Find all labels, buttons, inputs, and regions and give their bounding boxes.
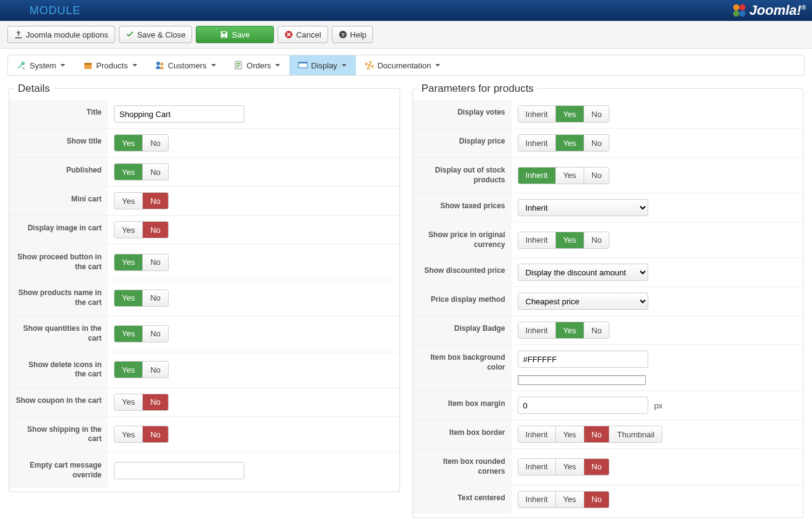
- module-options-button[interactable]: Joomla module options: [7, 26, 115, 43]
- help-button[interactable]: ? Help: [332, 26, 374, 43]
- radio-option-inherit[interactable]: Inherit: [518, 492, 556, 508]
- row-published: Published YesNo: [9, 158, 400, 187]
- input-bg-color[interactable]: [518, 351, 648, 368]
- svg-point-2: [733, 10, 739, 17]
- menu-system[interactable]: System: [8, 55, 74, 75]
- radio-option-no[interactable]: No: [584, 459, 609, 475]
- radio-option-inherit[interactable]: Inherit: [518, 232, 556, 248]
- svg-point-14: [368, 64, 371, 67]
- radio-option-inherit[interactable]: Inherit: [518, 322, 556, 338]
- caret-icon: [275, 64, 280, 67]
- radio-option-no[interactable]: No: [143, 164, 168, 180]
- radio-group: YesNo: [114, 254, 169, 271]
- radio-group: YesNo: [114, 325, 169, 343]
- radio-option-no[interactable]: No: [584, 135, 609, 151]
- radio-option-yes[interactable]: Yes: [115, 254, 143, 270]
- radio-group: InheritYesNo: [518, 322, 610, 339]
- input-title[interactable]: [114, 105, 244, 123]
- help-icon: ?: [339, 30, 347, 39]
- radio-option-no[interactable]: No: [584, 106, 609, 122]
- radio-option-yes[interactable]: Yes: [115, 362, 143, 378]
- svg-rect-8: [84, 63, 92, 65]
- radio-option-yes[interactable]: Yes: [556, 168, 584, 184]
- radio-option-no[interactable]: No: [143, 362, 168, 378]
- radio-option-no[interactable]: No: [143, 135, 168, 151]
- select-taxed-prices[interactable]: Inherit: [518, 199, 648, 216]
- radio-option-inherit[interactable]: Inherit: [518, 426, 556, 442]
- svg-rect-13: [299, 62, 307, 63]
- radio-group: InheritYesNoThumbnail: [518, 426, 663, 443]
- radio-group: YesNo: [114, 361, 169, 378]
- radio-option-yes[interactable]: Yes: [556, 426, 584, 442]
- menu-bar: System Products Customers Orders Display…: [7, 55, 805, 76]
- radio-option-thumbnail[interactable]: Thumbnail: [609, 426, 662, 442]
- radio-option-no[interactable]: No: [143, 394, 168, 410]
- radio-option-yes[interactable]: Yes: [115, 290, 143, 306]
- radio-option-no[interactable]: No: [584, 492, 609, 508]
- radio-option-no[interactable]: No: [143, 254, 168, 270]
- radio-group: YesNo: [114, 221, 169, 238]
- radio-option-no[interactable]: No: [143, 222, 168, 238]
- input-margin[interactable]: [518, 397, 648, 414]
- save-label: Save: [231, 30, 250, 39]
- cancel-button[interactable]: Cancel: [278, 26, 328, 43]
- joomla-icon: [732, 3, 747, 18]
- radio-option-yes[interactable]: Yes: [115, 164, 143, 180]
- menu-products[interactable]: Products: [74, 55, 146, 75]
- row-centered: Text centered InheritYesNo: [413, 485, 803, 514]
- radio-group: InheritYesNo: [518, 458, 610, 476]
- radio-option-yes[interactable]: Yes: [556, 492, 584, 508]
- radio-option-no[interactable]: No: [143, 326, 168, 342]
- radio-option-yes[interactable]: Yes: [556, 232, 584, 248]
- radio-option-yes[interactable]: Yes: [115, 135, 143, 151]
- save-close-button[interactable]: Save & Close: [119, 26, 193, 43]
- menu-documentation[interactable]: Documentation: [356, 55, 449, 75]
- radio-group: InheritYesNo: [518, 105, 610, 123]
- radio-option-yes[interactable]: Yes: [115, 326, 143, 342]
- label-title: Title: [9, 100, 108, 128]
- color-swatch[interactable]: [518, 375, 646, 385]
- radio-option-inherit[interactable]: Inherit: [518, 135, 556, 151]
- row-rounded: Item box rounded corners InheritYesNo: [413, 449, 803, 485]
- svg-point-9: [156, 62, 160, 65]
- radio-option-no[interactable]: No: [143, 193, 168, 209]
- radio-option-no[interactable]: No: [584, 232, 609, 248]
- check-icon: [126, 30, 134, 39]
- row-display-votes: Display votes InheritYesNo: [413, 100, 803, 129]
- caret-icon: [342, 64, 347, 67]
- row-products-name: Show products name in the cart YesNo: [9, 280, 400, 316]
- save-button[interactable]: Save: [196, 26, 274, 43]
- row-bg-color: Item box background color: [413, 345, 803, 391]
- display-icon: [298, 60, 308, 70]
- radio-option-no[interactable]: No: [584, 322, 609, 338]
- radio-option-yes[interactable]: Yes: [115, 426, 143, 442]
- menu-orders[interactable]: Orders: [225, 55, 290, 75]
- row-coupon: Show coupon in the cart YesNo: [9, 388, 400, 417]
- radio-option-inherit[interactable]: Inherit: [518, 106, 556, 122]
- radio-option-yes[interactable]: Yes: [556, 322, 584, 338]
- radio-option-yes[interactable]: Yes: [115, 193, 143, 209]
- menu-display[interactable]: Display: [289, 55, 356, 75]
- box-icon: [83, 60, 93, 70]
- select-discounted[interactable]: Display the discount amount: [518, 264, 648, 281]
- svg-point-0: [733, 4, 739, 10]
- row-mini-cart: Mini cart YesNo: [9, 187, 400, 216]
- caret-icon: [60, 64, 65, 67]
- radio-option-inherit[interactable]: Inherit: [518, 459, 556, 475]
- radio-option-no[interactable]: No: [584, 426, 610, 442]
- select-price-method[interactable]: Cheapest price: [518, 293, 648, 310]
- radio-option-yes[interactable]: Yes: [115, 222, 143, 238]
- radio-option-yes[interactable]: Yes: [556, 459, 584, 475]
- radio-option-no[interactable]: No: [143, 426, 168, 442]
- radio-option-inherit[interactable]: Inherit: [518, 168, 556, 184]
- input-empty-msg[interactable]: [114, 462, 244, 479]
- radio-option-yes[interactable]: Yes: [556, 106, 584, 122]
- radio-option-yes[interactable]: Yes: [556, 135, 584, 151]
- radio-option-no[interactable]: No: [143, 290, 168, 306]
- radio-option-no[interactable]: No: [584, 168, 609, 184]
- row-title: Title: [9, 100, 400, 129]
- radio-option-yes[interactable]: Yes: [115, 394, 143, 410]
- menu-customers[interactable]: Customers: [147, 55, 225, 75]
- svg-point-1: [739, 4, 746, 10]
- save-icon: [220, 30, 228, 39]
